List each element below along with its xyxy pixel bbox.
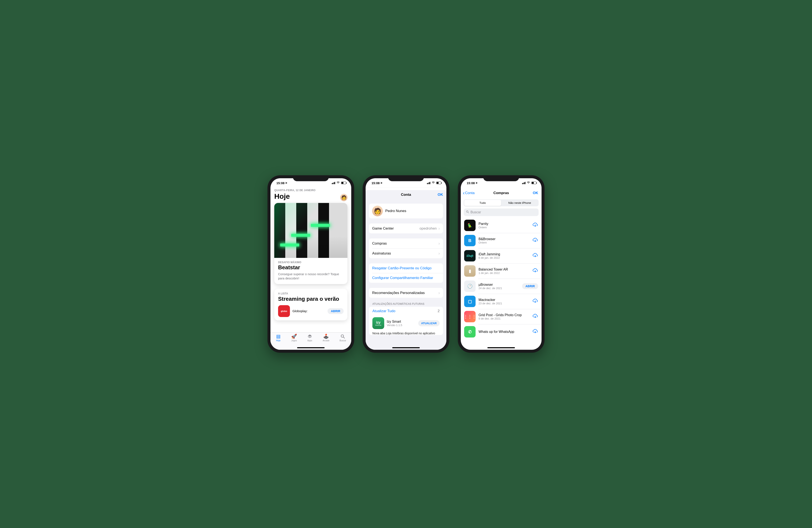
app-date: 1 de jan. de 2022 — [479, 271, 529, 274]
tab-label: Arcade — [323, 340, 330, 342]
status-time: 15:08 — [276, 181, 285, 185]
open-button[interactable]: ABRIR — [328, 308, 344, 314]
home-indicator[interactable] — [392, 347, 420, 348]
icon-text-top: izy — [376, 321, 380, 325]
battery-icon — [341, 182, 346, 184]
app-icon: ✆ — [464, 326, 476, 337]
account-avatar[interactable]: 🧑 — [340, 194, 347, 201]
card-eyebrow: DESAFIO MÁXIMO — [278, 261, 344, 264]
app-icon: iDaft — [464, 250, 476, 261]
search-placeholder: Buscar — [470, 210, 481, 214]
app-name: Whats up for WhatsApp — [479, 330, 529, 334]
purchase-row[interactable]: ⋮⋮⋮Grid Post - Grids Photo Crop9 de dez.… — [464, 309, 541, 324]
segmented-control[interactable]: Tudo Não neste iPhone — [464, 199, 539, 206]
chevron-right-icon: › — [438, 251, 440, 256]
purchases-cell[interactable]: Compras › — [369, 239, 443, 248]
list-eyebrow: A LISTA — [278, 292, 344, 295]
update-count: 2 — [438, 309, 440, 313]
purchase-row[interactable]: ▢Mactracker23 de dez. de 2021 — [464, 294, 541, 309]
page-title: Compras — [493, 191, 509, 195]
app-name: Globoplay: — [292, 309, 325, 313]
app-name: B&Browser — [479, 237, 529, 241]
svg-line-3 — [468, 212, 469, 213]
ok-button[interactable]: OK — [438, 193, 443, 197]
purchase-row[interactable]: 🕐µBrowser24 de dez. de 2021ABRIR — [464, 278, 541, 294]
app-icon: ⋮⋮⋮ — [464, 311, 476, 322]
phone-purchases: 15:08 ➤ ‹ Conta Compras OK Tudo Não nest… — [458, 175, 545, 353]
open-button[interactable]: ABRIR — [522, 283, 538, 289]
family-sharing-cell[interactable]: Configurar Compartilhamento Familiar — [369, 273, 443, 283]
update-all-row[interactable]: Atualizar Tudo 2 — [369, 307, 443, 316]
tab-label: Jogos — [291, 340, 297, 342]
segment-not-on-device[interactable]: Não neste iPhone — [501, 200, 538, 206]
purchase-row[interactable]: ▮Balanced Tower AR1 de jan. de 2022 — [464, 263, 541, 278]
profile-cell[interactable]: 🧑 Pedro Nunes — [369, 203, 443, 218]
gamecenter-cell[interactable]: Game Center opedrohen › — [369, 224, 443, 233]
status-time: 15:08 — [467, 181, 475, 185]
card-hero-image — [274, 203, 347, 258]
app-row-globoplay[interactable]: globo Globoplay: ABRIR — [278, 305, 344, 317]
app-date: 24 de dez. de 2021 — [479, 287, 519, 290]
cell-label: Assinaturas — [372, 251, 438, 256]
page-title: Hoje — [274, 192, 290, 200]
update-app-name: Izy Smart — [387, 320, 416, 323]
download-cloud-icon[interactable] — [532, 298, 538, 304]
subscriptions-cell[interactable]: Assinaturas › — [369, 248, 443, 258]
location-icon: ➤ — [476, 181, 478, 184]
list-card-streaming[interactable]: A LISTA Streaming para o verão globo Glo… — [274, 289, 347, 320]
purchase-row[interactable]: 🦜ParrityOntem — [464, 218, 541, 233]
purchase-row[interactable]: iDaftiDaft Jamming6 de jan. de 2022 — [464, 248, 541, 263]
home-indicator[interactable] — [297, 347, 324, 348]
app-name: Balanced Tower AR — [479, 267, 529, 271]
app-icon-izy: izy intelbras — [372, 317, 384, 329]
download-cloud-icon[interactable] — [532, 313, 538, 320]
home-indicator[interactable] — [488, 347, 515, 348]
app-name: Mactracker — [479, 298, 529, 302]
app-icon-globoplay: globo — [278, 305, 290, 317]
app-date: 6 de jan. de 2022 — [479, 256, 529, 259]
arcade-icon: 🕹️ — [323, 334, 329, 339]
segment-all[interactable]: Tudo — [464, 200, 501, 206]
back-button[interactable]: ‹ Conta — [463, 190, 475, 196]
svg-line-1 — [344, 337, 345, 338]
download-cloud-icon[interactable] — [532, 237, 538, 244]
chevron-right-icon: › — [438, 290, 440, 295]
ok-button[interactable]: OK — [533, 191, 538, 195]
sheet-title: Conta — [401, 193, 411, 197]
notch — [293, 175, 329, 181]
wifi-icon — [432, 181, 435, 185]
profile-name: Pedro Nunes — [385, 209, 440, 213]
notch — [388, 175, 424, 181]
download-cloud-icon[interactable] — [532, 268, 538, 274]
app-date: 9 de dez. de 2021 — [479, 317, 529, 320]
download-cloud-icon[interactable] — [532, 222, 538, 228]
tab-search[interactable]: Buscar — [339, 334, 346, 350]
purchases-list: 🦜ParrityOntemBB&BrowserOntemiDaftiDaft J… — [461, 218, 541, 340]
search-input[interactable]: Buscar — [464, 209, 539, 216]
app-icon: ▢ — [464, 296, 476, 307]
purchase-row[interactable]: ✆Whats up for WhatsApp — [464, 324, 541, 340]
update-row-izy[interactable]: izy intelbras Izy Smart Versão 1.1.5 ATU… — [369, 316, 443, 331]
purchases-nav: ‹ Conta Compras OK — [461, 188, 541, 198]
cell-label: Compras — [372, 241, 438, 246]
card-subtitle: Consegue superar o nosso recorde? Toque … — [278, 272, 344, 280]
battery-icon — [532, 182, 536, 184]
profile-avatar: 🧑 — [372, 206, 383, 216]
update-button[interactable]: ATUALIZAR — [418, 320, 440, 326]
download-cloud-icon[interactable] — [532, 329, 538, 335]
purchase-row[interactable]: BB&BrowserOntem — [464, 233, 541, 248]
app-name: Parrity — [479, 222, 529, 226]
chevron-left-icon: ‹ — [463, 190, 465, 196]
download-cloud-icon[interactable] — [532, 253, 538, 259]
card-title: Beatstar — [278, 264, 344, 271]
tab-label: Apps — [307, 340, 312, 342]
phone-today: 15:08 ➤ QUARTA-FEIRA, 12 DE JANEIRO Hoje… — [267, 175, 354, 353]
recommendations-cell[interactable]: Recomendações Personalizadas › — [369, 288, 443, 298]
featured-card-beatstar[interactable]: DESAFIO MÁXIMO Beatstar Consegue superar… — [274, 203, 347, 284]
tab-games[interactable]: 🚀 Jogos — [291, 334, 297, 350]
phone-account: 15:08 ➤ Conta OK 🧑 Pedro Nunes — [363, 175, 449, 353]
chevron-right-icon: › — [438, 226, 440, 231]
tab-today[interactable]: ▤ Hoje — [276, 334, 281, 350]
redeem-cell[interactable]: Resgatar Cartão-Presente ou Código — [369, 263, 443, 273]
sheet-nav: Conta OK — [366, 190, 446, 200]
